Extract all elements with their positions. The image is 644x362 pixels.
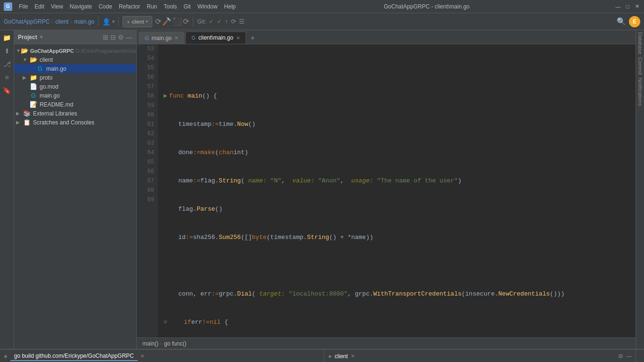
tree-client-folder[interactable]: ▼ 📂 client	[14, 55, 136, 64]
ln-69: 69	[137, 195, 154, 205]
menu-tools[interactable]: Tools	[161, 2, 180, 11]
menu-refactor[interactable]: Refactor	[116, 2, 143, 11]
minimize-button[interactable]: —	[615, 3, 621, 10]
ln-58: 58	[137, 91, 154, 101]
git-pull[interactable]: ⟳	[231, 18, 236, 25]
tree-ext-libs[interactable]: ▶ 📚 External Libraries	[14, 109, 136, 118]
editor-tabs: G main.go ✕ G client\main.go ✕ +	[137, 30, 636, 44]
ln-66: 66	[137, 167, 154, 176]
menu-bar[interactable]: File Edit View Navigate Code Refactor Ru…	[16, 2, 239, 11]
stop-button[interactable]: ⬛	[173, 17, 182, 26]
tree-gomod[interactable]: 📄 go.mod	[14, 82, 136, 91]
code-line-57: name := flag.String( name: "N", value: "…	[164, 176, 636, 186]
run-tab-close[interactable]: ✕	[140, 354, 144, 359]
close-button[interactable]: ✕	[634, 3, 640, 10]
menu-window[interactable]: Window	[195, 2, 221, 11]
toolbar-sep2	[118, 17, 119, 26]
menu-git[interactable]: Git	[181, 2, 193, 11]
client-tab-close[interactable]: ✕	[351, 354, 355, 359]
tree-scratches[interactable]: ▶ 📋 Scratches and Consoles	[14, 118, 136, 127]
tree-root[interactable]: ▼ 📂 GoChatAppGRPC D:\Erick\Programación\…	[14, 46, 136, 55]
breadcrumb-main-func[interactable]: main()	[142, 340, 158, 347]
menu-edit[interactable]: Edit	[32, 2, 47, 11]
minimize-panel-icon[interactable]: —	[126, 33, 132, 41]
forward-button[interactable]: ⟳	[183, 17, 189, 26]
line-numbers: 53 54 55 56 57 58 59 60 61 62 63 64 65 6…	[137, 44, 158, 337]
titlebar-left: G File Edit View Navigate Code Refactor …	[4, 2, 239, 11]
code-line-56: done := make(chan int)	[164, 148, 636, 157]
refresh-button[interactable]: ⟳	[155, 17, 161, 26]
window-controls[interactable]: — □ ✕	[615, 3, 640, 10]
tab-main-label: main.go	[152, 35, 172, 41]
notifications-label[interactable]: Notifications	[637, 78, 643, 106]
project-icon[interactable]: 📁	[1, 32, 13, 43]
git-push[interactable]: ↑	[225, 18, 228, 25]
client-tab-label[interactable]: client	[335, 353, 348, 360]
run-config-button[interactable]: ● client ▾	[123, 16, 152, 27]
breadcrumb-file[interactable]: main.go	[74, 18, 94, 25]
code-content[interactable]: ▶func main() { timestamp := time.Now() d…	[158, 44, 636, 337]
breadcrumb-sep1: ›	[51, 18, 53, 25]
client-header-left: ● client ✕	[328, 353, 355, 360]
code-line-59: id := sha256.Sum256([]byte(timestamp.Str…	[164, 233, 636, 242]
toolbar-separator	[98, 17, 99, 26]
client-play-icon: ●	[328, 353, 332, 360]
code-line-62: ⊙ if err != nil {	[164, 318, 636, 327]
left-sidebar-icons: 📁 ⬆ ⎇ ≡ 🔖	[0, 30, 14, 349]
ln-64: 64	[137, 148, 154, 157]
code-line-55: timestamp := time.Now()	[164, 120, 636, 129]
tree-client-main[interactable]: G main.go	[14, 64, 136, 73]
bottom-area: ● go build github.com/Erickype/GoChatApp…	[0, 349, 644, 362]
code-line-54: ▶func main() {	[164, 91, 636, 101]
menu-help[interactable]: Help	[221, 2, 239, 11]
build-button[interactable]: 🔨	[162, 17, 172, 26]
toolbar: GoChatAppGRPC › client › main.go 👤 ▾ ● c…	[0, 13, 644, 30]
ln-53: 53	[137, 44, 154, 54]
breadcrumb-client[interactable]: client	[55, 18, 68, 25]
structure-icon[interactable]: ≡	[1, 72, 13, 83]
menu-file[interactable]: File	[16, 2, 31, 11]
database-label[interactable]: Database	[637, 32, 643, 54]
tree-proto-folder[interactable]: ▶ 📁 proto	[14, 73, 136, 82]
run-controls: ⟳ 🔨 ⬛ ⟳	[155, 17, 189, 26]
menu-run[interactable]: Run	[144, 2, 160, 11]
run-tab[interactable]: go build github.com/Erickype/GoChatAppGR…	[10, 352, 138, 361]
menu-code[interactable]: Code	[96, 2, 115, 11]
tab-client-main-go[interactable]: G client\main.go ✕	[185, 32, 246, 44]
commit-label[interactable]: Commit	[637, 57, 643, 75]
tab-add-button[interactable]: +	[247, 33, 258, 44]
breadcrumb: main() › go func()	[137, 337, 636, 349]
expand-all-icon[interactable]: ⊞	[103, 33, 108, 41]
git-history[interactable]: ☰	[239, 18, 245, 25]
project-dropdown[interactable]: ▾	[40, 34, 42, 40]
tab-client-label: client\main.go	[198, 34, 233, 41]
breadcrumb-sub-func[interactable]: go func()	[164, 340, 186, 347]
tab-client-close[interactable]: ✕	[236, 35, 240, 41]
ln-60: 60	[137, 110, 154, 120]
user-button[interactable]: 👤 ▾	[102, 18, 115, 25]
maximize-button[interactable]: □	[624, 3, 631, 10]
main-content: 📁 ⬆ ⎇ ≡ 🔖 Project ▾ ⊞ ⊟ ⚙ — ▼ 📂 GoChatAp…	[0, 30, 644, 349]
commit-icon[interactable]: ⬆	[1, 45, 13, 57]
ln-65: 65	[137, 157, 154, 167]
menu-navigate[interactable]: Navigate	[67, 2, 95, 11]
user-avatar[interactable]: E	[629, 16, 640, 27]
tab-main-close[interactable]: ✕	[174, 35, 178, 41]
gear-icon[interactable]: ⚙	[118, 33, 124, 41]
tab-main-go[interactable]: G main.go ✕	[139, 32, 184, 44]
menu-view[interactable]: View	[48, 2, 66, 11]
tree-readme[interactable]: 📝 README.md	[14, 100, 136, 109]
search-toolbar-button[interactable]: 🔍	[617, 17, 626, 26]
client-close-icon[interactable]: —	[626, 353, 632, 360]
bookmark-icon[interactable]: 🔖	[1, 85, 13, 96]
breadcrumb-project[interactable]: GoChatAppGRPC	[4, 18, 50, 25]
tree-root-main[interactable]: G main.go	[14, 91, 136, 100]
ln-61: 61	[137, 120, 154, 129]
collapse-all-icon[interactable]: ⊟	[110, 33, 116, 41]
git-check1[interactable]: ✓	[209, 18, 214, 25]
git-check2[interactable]: ✓	[217, 18, 222, 25]
project-header: Project ▾ ⊞ ⊟ ⚙ —	[14, 30, 136, 44]
client-settings-icon[interactable]: ⚙	[618, 353, 623, 360]
right-panel-strip: Database Commit Notifications	[636, 30, 644, 349]
pull-requests-icon[interactable]: ⎇	[1, 58, 13, 70]
